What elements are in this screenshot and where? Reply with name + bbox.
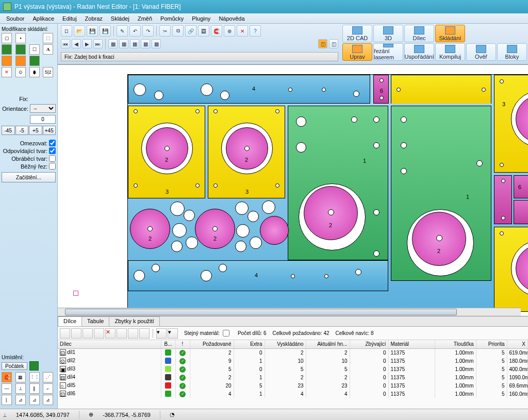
grid2-icon[interactable]: ⋮⋮ [29,372,40,382]
g4-icon[interactable]: ⊿ [43,395,53,405]
mod-icon[interactable]: ☐ [29,44,40,55]
mod-icon[interactable] [29,56,40,66]
menu-napoveda[interactable]: Nápověda [214,15,249,22]
redo-icon[interactable]: ↷ [142,25,154,37]
angle-p5[interactable]: +5 [29,126,42,135]
col-ex[interactable]: ! [175,340,190,348]
table-row[interactable]: ⊡díl1✓20220113751.00mm5619.0mm [58,348,528,357]
stejny-chk[interactable] [223,330,229,337]
col-b[interactable]: B... [161,340,175,348]
g1-icon[interactable]: ⌊ [2,395,12,405]
saveas-icon[interactable]: 💾 [100,25,111,37]
h-scrollbar[interactable] [58,308,521,316]
layout1-icon[interactable]: ◫ [318,39,327,48]
col-mat[interactable]: Materiál [388,340,435,348]
nest-canvas[interactable]: 4 6 2 [58,64,528,316]
g3-icon[interactable]: ⊿ [29,395,40,405]
tab-zbytky[interactable]: Zbytky k použití [109,316,159,326]
para-icon[interactable]: ∥ [29,383,40,394]
link-icon[interactable]: 🔗 [185,25,196,37]
v3-icon[interactable]: ▦ [130,39,139,48]
nav-next-icon[interactable]: ▶ [82,39,92,48]
table-row[interactable]: ○díl5✓20523230113751.00mm569.6mm [58,381,528,390]
help-icon[interactable]: ? [250,25,261,37]
col-akt[interactable]: Aktuální hn... [306,340,350,348]
mode-skladani[interactable]: Skládání [435,25,465,42]
origin-icon[interactable] [29,361,39,371]
bt-copy-icon[interactable] [94,328,104,339]
mod-icon[interactable] [15,56,26,66]
delete-icon[interactable]: ✕ [2,67,12,77]
col-vysk[interactable]: Vyskládáno [265,340,306,348]
bt-del-icon[interactable]: ✕ [105,328,116,339]
act-usporadani[interactable]: Uspořádání [404,43,434,61]
col-x[interactable]: X [507,340,528,348]
table-row[interactable]: ⊟díl4✓21220113751.00mm51090.0mm [58,373,528,381]
bt-t1-icon[interactable] [117,328,127,339]
chk-odp[interactable] [49,147,56,154]
undo-icon[interactable]: ↶ [129,25,141,37]
act-over[interactable]: Ověř [466,43,496,61]
menu-zmen[interactable]: Změň [134,15,156,22]
pocatek-button[interactable]: Počátek [2,362,27,370]
table-row[interactable]: ▣díl3✓50550113751.00mm5400.0mm [58,365,528,373]
col-zby[interactable]: Zbývající [350,340,388,348]
mod-icon[interactable]: ⬚ [43,33,53,43]
menu-zobraz[interactable]: Zobraz [81,15,107,22]
angle-m5[interactable]: -5 [15,126,29,135]
bt-new-icon[interactable] [60,328,70,339]
snap-icon[interactable]: 🧲 [2,372,12,382]
zacisteni-button[interactable]: Začištění... [2,172,56,182]
cut-icon[interactable]: ✂ [159,25,171,37]
mod-icon[interactable]: ▢ [2,33,12,43]
mod-icon[interactable] [15,44,26,55]
tab-tabule[interactable]: Tabule [81,316,109,326]
v2-icon[interactable]: ▦ [119,39,128,48]
mod-icon[interactable] [2,56,12,66]
angle-input[interactable] [30,115,56,124]
menu-pomucky[interactable]: Pomůcky [156,15,188,22]
mod-icon[interactable] [29,33,40,43]
act-bloky[interactable]: Bloky [497,43,527,61]
bt-ref-icon[interactable] [82,328,93,339]
menu-pluginy[interactable]: Pluginy [188,15,214,22]
col-pri[interactable]: Priorita [476,340,507,348]
col-poz[interactable]: Požadované [190,340,234,348]
mode-dilec[interactable]: Dílec [404,25,434,42]
orient-select[interactable]: → [30,104,56,113]
v4-icon[interactable]: ▦ [141,39,150,48]
mod-icon[interactable]: ▪ [15,33,26,43]
chk-omez[interactable] [49,140,56,146]
act-laser[interactable]: řezání laserem [373,43,403,61]
angle-m45[interactable]: -45 [2,126,15,135]
mod-icon[interactable]: A [43,44,53,55]
bt-d2-icon[interactable]: ▾ [168,328,178,339]
col-tl[interactable]: Tloušťka [435,340,476,348]
chk-obr[interactable] [49,155,56,162]
v5-icon[interactable]: ▦ [152,39,161,48]
mod-icon[interactable]: 5|2 [43,67,53,77]
copy-icon[interactable]: ⧉ [172,25,184,37]
mod-icon[interactable] [43,56,53,66]
col-dilec[interactable]: Dílec [58,340,161,348]
nav-first-icon[interactable]: ⏮ [61,39,70,48]
line-icon[interactable]: — [2,383,12,394]
bt-grid-icon[interactable] [139,328,150,339]
v1-icon[interactable]: ▦ [108,39,118,48]
col-extra[interactable]: Extra [234,340,265,348]
new-icon[interactable]: 🗋 [61,25,72,37]
nav-prev-icon[interactable]: ◀ [72,39,81,48]
grid-icon[interactable]: ▦ [15,372,26,382]
menu-aplikace[interactable]: Aplikace [28,15,58,22]
magnet-icon[interactable]: 🧲 [211,25,222,37]
menu-skladej[interactable]: Skládej [107,15,134,22]
angle-p45[interactable]: +45 [43,126,56,135]
bt-t2-icon[interactable] [128,328,138,339]
img-icon[interactable]: 🖼 [198,25,209,37]
mod-icon[interactable]: ⊙ [15,67,26,77]
table-row[interactable]: ⊙díl2✓9110100113751.00mm5180.0mm [58,357,528,365]
menu-soubor[interactable]: Soubor [2,15,28,22]
mode-2dcad[interactable]: 2D CAD [342,25,372,42]
target-icon[interactable]: ⊕ [224,25,235,37]
edit-icon[interactable]: ✎ [117,25,128,37]
